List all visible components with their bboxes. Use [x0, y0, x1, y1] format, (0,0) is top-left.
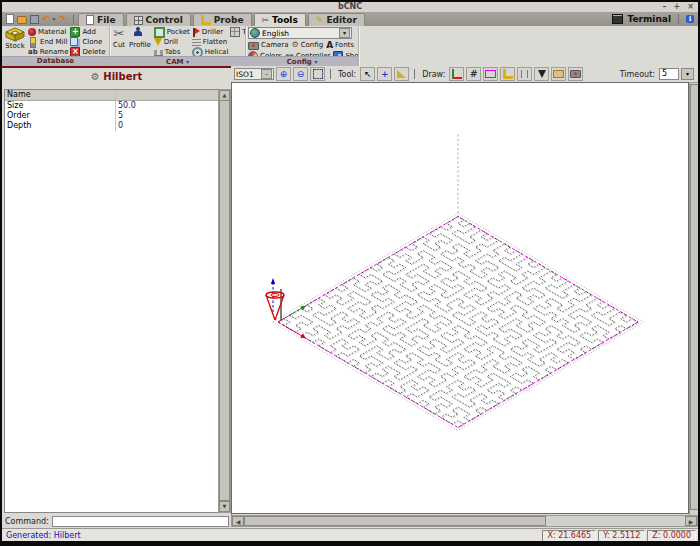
- config-button[interactable]: ⚙Config: [291, 40, 323, 50]
- scrollbar-thumb[interactable]: [690, 84, 698, 510]
- scrollbar-track[interactable]: [546, 516, 685, 526]
- save-icon[interactable]: [30, 15, 39, 24]
- zoom-out-button[interactable]: ⊖: [293, 67, 308, 81]
- ruler-tool-button[interactable]: [394, 67, 409, 81]
- close-button[interactable]: ×: [687, 2, 694, 11]
- camera-draw-icon: [570, 70, 581, 78]
- table-row[interactable]: Size 50.0: [5, 101, 218, 111]
- camera-button[interactable]: Camera: [248, 40, 288, 50]
- add-button[interactable]: +Add: [70, 27, 105, 37]
- open-file-icon[interactable]: [17, 16, 27, 24]
- globe-icon: [250, 28, 260, 38]
- cut-button[interactable]: ✂ Cut: [112, 27, 126, 49]
- fonts-button[interactable]: AFonts: [326, 40, 354, 50]
- column-header-value[interactable]: [116, 90, 218, 100]
- redo-icon[interactable]: ↷: [59, 14, 67, 24]
- cut-label: Cut: [113, 41, 125, 49]
- timeout-dropdown-icon[interactable]: ▾: [681, 68, 694, 80]
- tab-file[interactable]: File: [78, 13, 123, 26]
- draw-grid-button[interactable]: #: [466, 67, 481, 81]
- config-strip-label: Config: [287, 58, 312, 66]
- row-name: Order: [5, 111, 116, 121]
- group-label-config[interactable]: Config ▾: [246, 56, 358, 66]
- flatten-icon: [192, 39, 201, 46]
- tab-bar: ↶ ▾ ↷ File Control Probe ✂ Tools ✎ Edito…: [2, 12, 698, 26]
- tabs-button[interactable]: Tabs: [154, 47, 190, 56]
- draw-margin-button[interactable]: [483, 67, 498, 81]
- terminal-icon: [612, 14, 623, 24]
- pocket-button[interactable]: Pocket: [154, 27, 190, 37]
- divider: [678, 14, 679, 24]
- tab-tools[interactable]: ✂ Tools: [254, 13, 306, 26]
- zoom-in-button[interactable]: ⊕: [276, 67, 291, 81]
- scroll-down-icon[interactable]: ▼: [219, 501, 230, 512]
- gcode-canvas[interactable]: [231, 82, 689, 514]
- scrollbar-thumb[interactable]: [219, 100, 230, 501]
- draw-workarea-button[interactable]: [517, 67, 532, 81]
- flatten-button[interactable]: Flatten: [192, 37, 229, 47]
- undo-icon[interactable]: ↶: [42, 14, 50, 24]
- clone-button[interactable]: Clone: [70, 37, 105, 47]
- draw-probe-button[interactable]: [500, 67, 515, 81]
- tab-control[interactable]: Control: [126, 13, 191, 26]
- rename-button[interactable]: abRename: [28, 47, 68, 56]
- table-row[interactable]: Depth 0: [5, 121, 218, 131]
- material-button[interactable]: Material: [28, 27, 68, 37]
- tab-tools-label: Tools: [272, 15, 298, 25]
- table-row[interactable]: Order 5: [5, 111, 218, 121]
- maximize-button[interactable]: +: [674, 2, 681, 11]
- view-dropdown-icon[interactable]: –: [261, 69, 272, 79]
- ribbon: Stock Material End Mill abRename +Add Cl…: [2, 26, 698, 66]
- delete-icon: ×: [70, 47, 80, 56]
- drill-icon: [154, 38, 162, 46]
- rename-icon: ab: [28, 48, 38, 57]
- profile-button[interactable]: Profile: [128, 27, 152, 49]
- helical-button[interactable]: Helical: [192, 47, 229, 56]
- axes-icon: [452, 69, 462, 79]
- scrollbar-thumb[interactable]: [244, 516, 546, 526]
- column-header-name[interactable]: Name: [5, 90, 116, 100]
- panel-scrollbar[interactable]: ▲ ▼: [218, 89, 231, 513]
- tab-editor[interactable]: ✎ Editor: [308, 13, 365, 26]
- undo-dropdown-icon[interactable]: ▾: [53, 14, 56, 24]
- command-input[interactable]: [52, 516, 229, 527]
- tab-probe[interactable]: Probe: [193, 13, 252, 26]
- select-tool-button[interactable]: ↖: [360, 67, 375, 81]
- new-file-icon[interactable]: [6, 14, 14, 24]
- draw-axes-button[interactable]: [449, 67, 464, 81]
- tile-button[interactable]: Tile: [230, 27, 245, 37]
- wpos-z: Z: 0.0000: [647, 530, 696, 542]
- cam-strip-label: CAM: [166, 58, 184, 66]
- end-mill-button[interactable]: End Mill: [28, 37, 68, 47]
- language-select[interactable]: English ▾: [248, 27, 352, 39]
- timeout-input[interactable]: 5: [659, 68, 679, 80]
- view-select[interactable]: ISO1 –: [234, 68, 274, 80]
- wpos-x: X: 21.6465: [542, 530, 596, 542]
- stock-button[interactable]: Stock: [4, 27, 26, 50]
- scroll-left-icon[interactable]: ◀: [232, 516, 244, 526]
- probe-icon: [201, 15, 211, 25]
- file-icon: [86, 15, 94, 25]
- language-dropdown-icon[interactable]: ▾: [339, 28, 350, 38]
- group-label-cam[interactable]: CAM ▾: [110, 56, 245, 66]
- move-tool-button[interactable]: +: [377, 67, 392, 81]
- driller-button[interactable]: Driller: [192, 27, 229, 37]
- canvas-vscrollbar[interactable]: [689, 82, 698, 516]
- info-icon[interactable]: i: [686, 15, 694, 23]
- canvas-toolbar: ISO1 – ⊕ ⊖ Tool: ↖ + Draw: # Timeout: 5 …: [231, 66, 698, 82]
- group-label-database[interactable]: Database: [2, 56, 109, 66]
- draw-camera-button[interactable]: [568, 67, 583, 81]
- zoom-fit-button[interactable]: [310, 67, 325, 81]
- minimize-button[interactable]: –: [663, 2, 667, 11]
- drill-button[interactable]: Drill: [154, 37, 190, 47]
- scroll-right-icon[interactable]: ▶: [685, 516, 697, 526]
- canvas-hscrollbar[interactable]: ◀ ▶: [231, 515, 698, 527]
- delete-button[interactable]: ×Delete: [70, 47, 105, 56]
- ribbon-group-database: Stock Material End Mill abRename +Add Cl…: [2, 26, 110, 66]
- margin-icon: [485, 70, 496, 78]
- draw-tool-button[interactable]: [534, 67, 549, 81]
- draw-paths-button[interactable]: [551, 67, 566, 81]
- fonts-icon: A: [326, 41, 333, 50]
- terminal-button[interactable]: Terminal: [627, 14, 671, 24]
- status-bar: Generated: Hilbert X: 21.6465 Y: 2.5112 …: [2, 528, 698, 541]
